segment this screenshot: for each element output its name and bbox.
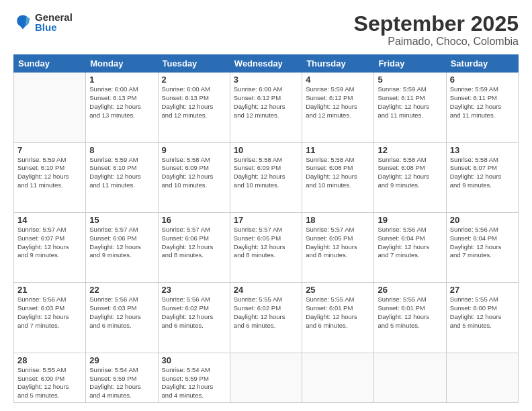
- day-number: 17: [234, 215, 298, 225]
- header-monday: Monday: [86, 55, 158, 73]
- day-number: 1: [89, 75, 154, 85]
- day-info: Sunrise: 5:57 AMSunset: 6:07 PMDaylight:…: [17, 226, 82, 260]
- table-cell: 10Sunrise: 5:58 AMSunset: 6:09 PMDayligh…: [230, 142, 302, 212]
- day-number: 14: [17, 215, 82, 225]
- day-info: Sunrise: 6:00 AMSunset: 6:12 PMDaylight:…: [234, 85, 298, 120]
- table-cell: 13Sunrise: 5:58 AMSunset: 6:07 PMDayligh…: [446, 142, 518, 212]
- day-info: Sunrise: 5:55 AMSunset: 6:01 PMDaylight:…: [378, 295, 442, 330]
- day-info: Sunrise: 5:57 AMSunset: 6:06 PMDaylight:…: [89, 226, 154, 260]
- day-info: Sunrise: 5:59 AMSunset: 6:11 PMDaylight:…: [378, 85, 442, 120]
- table-cell: 11Sunrise: 5:58 AMSunset: 6:08 PMDayligh…: [302, 142, 374, 212]
- day-number: 11: [306, 145, 370, 155]
- day-info: Sunrise: 5:54 AMSunset: 5:59 PMDaylight:…: [162, 366, 226, 400]
- title-block: September 2025 Paimado, Choco, Colombia: [354, 12, 519, 48]
- day-info: Sunrise: 5:57 AMSunset: 6:06 PMDaylight:…: [162, 226, 226, 260]
- day-number: 27: [450, 285, 515, 295]
- day-info: Sunrise: 5:56 AMSunset: 6:03 PMDaylight:…: [17, 295, 82, 330]
- day-info: Sunrise: 5:58 AMSunset: 6:09 PMDaylight:…: [234, 156, 298, 190]
- logo-text: General Blue: [35, 12, 73, 32]
- table-cell: [446, 353, 518, 402]
- table-cell: 26Sunrise: 5:55 AMSunset: 6:01 PMDayligh…: [374, 283, 446, 353]
- table-cell: 15Sunrise: 5:57 AMSunset: 6:06 PMDayligh…: [86, 212, 158, 282]
- day-number: 8: [89, 145, 154, 155]
- day-info: Sunrise: 5:59 AMSunset: 6:10 PMDaylight:…: [17, 156, 82, 190]
- table-cell: 3Sunrise: 6:00 AMSunset: 6:12 PMDaylight…: [230, 73, 302, 142]
- table-cell: 21Sunrise: 5:56 AMSunset: 6:03 PMDayligh…: [14, 283, 86, 353]
- day-number: 19: [378, 215, 442, 225]
- day-number: 9: [162, 145, 226, 155]
- week-row-4: 21Sunrise: 5:56 AMSunset: 6:03 PMDayligh…: [14, 283, 519, 353]
- day-number: 10: [234, 145, 298, 155]
- day-info: Sunrise: 5:55 AMSunset: 6:02 PMDaylight:…: [234, 295, 298, 330]
- day-info: Sunrise: 5:58 AMSunset: 6:08 PMDaylight:…: [378, 156, 442, 190]
- table-cell: [302, 353, 374, 402]
- month-title: September 2025: [354, 12, 519, 36]
- day-info: Sunrise: 5:55 AMSunset: 6:00 PMDaylight:…: [17, 366, 82, 400]
- week-row-5: 28Sunrise: 5:55 AMSunset: 6:00 PMDayligh…: [14, 353, 519, 402]
- table-cell: 25Sunrise: 5:55 AMSunset: 6:01 PMDayligh…: [302, 283, 374, 353]
- table-cell: 22Sunrise: 5:56 AMSunset: 6:03 PMDayligh…: [86, 283, 158, 353]
- header-sunday: Sunday: [14, 55, 86, 73]
- day-number: 24: [234, 285, 298, 295]
- day-info: Sunrise: 5:58 AMSunset: 6:09 PMDaylight:…: [162, 156, 226, 190]
- logo-icon: [13, 13, 32, 32]
- day-number: 21: [17, 285, 82, 295]
- day-number: 30: [162, 355, 226, 365]
- day-info: Sunrise: 5:59 AMSunset: 6:10 PMDaylight:…: [89, 156, 154, 190]
- table-cell: 12Sunrise: 5:58 AMSunset: 6:08 PMDayligh…: [374, 142, 446, 212]
- week-row-1: 1Sunrise: 6:00 AMSunset: 6:13 PMDaylight…: [14, 73, 519, 142]
- day-number: 26: [378, 285, 442, 295]
- table-cell: 17Sunrise: 5:57 AMSunset: 6:05 PMDayligh…: [230, 212, 302, 282]
- table-cell: 1Sunrise: 6:00 AMSunset: 6:13 PMDaylight…: [86, 73, 158, 142]
- table-cell: [374, 353, 446, 402]
- day-info: Sunrise: 6:00 AMSunset: 6:13 PMDaylight:…: [162, 85, 226, 120]
- day-number: 3: [234, 75, 298, 85]
- table-cell: 8Sunrise: 5:59 AMSunset: 6:10 PMDaylight…: [86, 142, 158, 212]
- table-cell: 24Sunrise: 5:55 AMSunset: 6:02 PMDayligh…: [230, 283, 302, 353]
- table-cell: 6Sunrise: 5:59 AMSunset: 6:11 PMDaylight…: [446, 73, 518, 142]
- day-info: Sunrise: 5:54 AMSunset: 5:59 PMDaylight:…: [89, 366, 154, 400]
- day-info: Sunrise: 6:00 AMSunset: 6:13 PMDaylight:…: [89, 85, 154, 120]
- day-info: Sunrise: 5:56 AMSunset: 6:02 PMDaylight:…: [162, 295, 226, 330]
- day-info: Sunrise: 5:56 AMSunset: 6:03 PMDaylight:…: [89, 295, 154, 330]
- table-cell: 7Sunrise: 5:59 AMSunset: 6:10 PMDaylight…: [14, 142, 86, 212]
- day-info: Sunrise: 5:57 AMSunset: 6:05 PMDaylight:…: [306, 226, 370, 260]
- day-number: 13: [450, 145, 515, 155]
- table-cell: 28Sunrise: 5:55 AMSunset: 6:00 PMDayligh…: [14, 353, 86, 402]
- day-number: 6: [450, 75, 515, 85]
- header-friday: Friday: [374, 55, 446, 73]
- logo-general-text: General: [35, 12, 73, 22]
- day-info: Sunrise: 5:55 AMSunset: 6:00 PMDaylight:…: [450, 295, 515, 330]
- page: General Blue September 2025 Paimado, Cho…: [0, 0, 532, 411]
- week-row-3: 14Sunrise: 5:57 AMSunset: 6:07 PMDayligh…: [14, 212, 519, 282]
- logo-blue-text: Blue: [35, 22, 73, 32]
- day-number: 28: [17, 355, 82, 365]
- header-saturday: Saturday: [446, 55, 518, 73]
- day-info: Sunrise: 5:58 AMSunset: 6:07 PMDaylight:…: [450, 156, 515, 190]
- calendar-table: Sunday Monday Tuesday Wednesday Thursday…: [13, 54, 519, 403]
- header-thursday: Thursday: [302, 55, 374, 73]
- day-number: 7: [17, 145, 82, 155]
- logo: General Blue: [13, 12, 73, 32]
- location-title: Paimado, Choco, Colombia: [354, 36, 519, 48]
- day-number: 12: [378, 145, 442, 155]
- day-info: Sunrise: 5:55 AMSunset: 6:01 PMDaylight:…: [306, 295, 370, 330]
- table-cell: 9Sunrise: 5:58 AMSunset: 6:09 PMDaylight…: [158, 142, 230, 212]
- table-cell: 27Sunrise: 5:55 AMSunset: 6:00 PMDayligh…: [446, 283, 518, 353]
- header-wednesday: Wednesday: [230, 55, 302, 73]
- table-cell: 29Sunrise: 5:54 AMSunset: 5:59 PMDayligh…: [86, 353, 158, 402]
- day-number: 22: [89, 285, 154, 295]
- day-number: 23: [162, 285, 226, 295]
- table-cell: 4Sunrise: 5:59 AMSunset: 6:12 PMDaylight…: [302, 73, 374, 142]
- day-number: 18: [306, 215, 370, 225]
- header-tuesday: Tuesday: [158, 55, 230, 73]
- day-info: Sunrise: 5:58 AMSunset: 6:08 PMDaylight:…: [306, 156, 370, 190]
- table-cell: 18Sunrise: 5:57 AMSunset: 6:05 PMDayligh…: [302, 212, 374, 282]
- table-cell: 2Sunrise: 6:00 AMSunset: 6:13 PMDaylight…: [158, 73, 230, 142]
- day-number: 5: [378, 75, 442, 85]
- table-cell: 5Sunrise: 5:59 AMSunset: 6:11 PMDaylight…: [374, 73, 446, 142]
- day-number: 29: [89, 355, 154, 365]
- table-cell: 16Sunrise: 5:57 AMSunset: 6:06 PMDayligh…: [158, 212, 230, 282]
- header: General Blue September 2025 Paimado, Cho…: [13, 12, 519, 48]
- weekday-header-row: Sunday Monday Tuesday Wednesday Thursday…: [14, 55, 519, 73]
